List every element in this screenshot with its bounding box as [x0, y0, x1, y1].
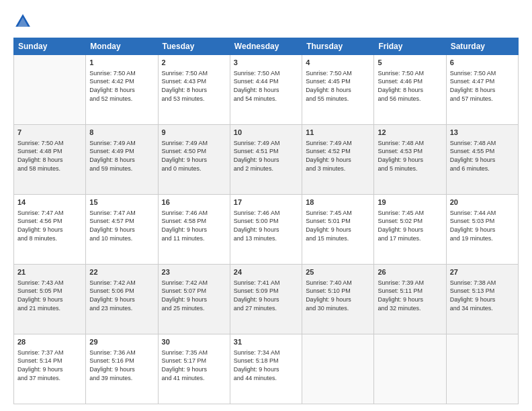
day-cell: [14, 55, 86, 125]
col-header-thursday: Thursday: [302, 38, 374, 55]
day-cell: 28Sunrise: 7:37 AM Sunset: 5:14 PM Dayli…: [14, 334, 86, 404]
day-cell: 10Sunrise: 7:49 AM Sunset: 4:51 PM Dayli…: [230, 125, 302, 195]
day-number: 23: [162, 267, 226, 277]
day-cell: 20Sunrise: 7:44 AM Sunset: 5:03 PM Dayli…: [446, 195, 518, 265]
day-info: Sunrise: 7:45 AM Sunset: 5:01 PM Dayligh…: [306, 209, 370, 242]
week-row-4: 21Sunrise: 7:43 AM Sunset: 5:05 PM Dayli…: [14, 265, 519, 334]
day-number: 31: [234, 337, 298, 347]
day-info: Sunrise: 7:50 AM Sunset: 4:48 PM Dayligh…: [17, 139, 82, 173]
day-cell: 6Sunrise: 7:50 AM Sunset: 4:47 PM Daylig…: [446, 55, 518, 125]
logo-icon: [13, 12, 32, 31]
header: [13, 12, 519, 31]
day-number: 15: [89, 197, 154, 208]
day-info: Sunrise: 7:49 AM Sunset: 4:52 PM Dayligh…: [306, 139, 370, 173]
day-info: Sunrise: 7:50 AM Sunset: 4:45 PM Dayligh…: [306, 69, 370, 103]
day-number: 13: [450, 128, 515, 138]
day-number: 30: [162, 337, 226, 347]
day-number: 5: [378, 58, 442, 68]
day-cell: 17Sunrise: 7:46 AM Sunset: 5:00 PM Dayli…: [230, 195, 302, 265]
day-number: 21: [17, 267, 82, 277]
day-info: Sunrise: 7:50 AM Sunset: 4:42 PM Dayligh…: [89, 69, 154, 103]
day-cell: 25Sunrise: 7:40 AM Sunset: 5:10 PM Dayli…: [302, 265, 374, 334]
day-info: Sunrise: 7:48 AM Sunset: 4:53 PM Dayligh…: [378, 139, 442, 173]
day-number: 16: [162, 197, 226, 208]
week-row-2: 7Sunrise: 7:50 AM Sunset: 4:48 PM Daylig…: [14, 125, 519, 195]
day-cell: [446, 334, 518, 404]
day-number: 20: [450, 197, 515, 208]
day-info: Sunrise: 7:50 AM Sunset: 4:46 PM Dayligh…: [378, 69, 442, 103]
day-info: Sunrise: 7:43 AM Sunset: 5:05 PM Dayligh…: [17, 279, 82, 312]
day-cell: 11Sunrise: 7:49 AM Sunset: 4:52 PM Dayli…: [302, 125, 374, 195]
day-cell: 14Sunrise: 7:47 AM Sunset: 4:56 PM Dayli…: [14, 195, 86, 265]
day-info: Sunrise: 7:46 AM Sunset: 4:58 PM Dayligh…: [162, 209, 226, 242]
logo: [13, 12, 35, 31]
day-cell: 9Sunrise: 7:49 AM Sunset: 4:50 PM Daylig…: [158, 125, 230, 195]
day-info: Sunrise: 7:47 AM Sunset: 4:56 PM Dayligh…: [17, 209, 82, 242]
day-info: Sunrise: 7:34 AM Sunset: 5:18 PM Dayligh…: [234, 349, 298, 382]
day-number: 11: [306, 128, 370, 138]
day-cell: 13Sunrise: 7:48 AM Sunset: 4:55 PM Dayli…: [446, 125, 518, 195]
day-cell: 19Sunrise: 7:45 AM Sunset: 5:02 PM Dayli…: [374, 195, 446, 265]
day-number: 9: [162, 128, 226, 138]
day-cell: 4Sunrise: 7:50 AM Sunset: 4:45 PM Daylig…: [302, 55, 374, 125]
day-cell: 29Sunrise: 7:36 AM Sunset: 5:16 PM Dayli…: [86, 334, 158, 404]
day-number: 2: [162, 58, 226, 68]
day-info: Sunrise: 7:40 AM Sunset: 5:10 PM Dayligh…: [306, 279, 370, 312]
day-number: 18: [306, 197, 370, 208]
day-cell: [302, 334, 374, 404]
col-header-saturday: Saturday: [446, 38, 518, 55]
day-info: Sunrise: 7:50 AM Sunset: 4:47 PM Dayligh…: [450, 69, 515, 103]
day-cell: 16Sunrise: 7:46 AM Sunset: 4:58 PM Dayli…: [158, 195, 230, 265]
day-number: 29: [89, 337, 154, 347]
day-info: Sunrise: 7:47 AM Sunset: 4:57 PM Dayligh…: [89, 209, 154, 242]
day-cell: 24Sunrise: 7:41 AM Sunset: 5:09 PM Dayli…: [230, 265, 302, 334]
day-cell: 1Sunrise: 7:50 AM Sunset: 4:42 PM Daylig…: [86, 55, 158, 125]
day-info: Sunrise: 7:46 AM Sunset: 5:00 PM Dayligh…: [234, 209, 298, 242]
day-cell: 30Sunrise: 7:35 AM Sunset: 5:17 PM Dayli…: [158, 334, 230, 404]
day-cell: 7Sunrise: 7:50 AM Sunset: 4:48 PM Daylig…: [14, 125, 86, 195]
page: SundayMondayTuesdayWednesdayThursdayFrid…: [0, 0, 532, 411]
day-info: Sunrise: 7:44 AM Sunset: 5:03 PM Dayligh…: [450, 209, 515, 242]
day-number: 27: [450, 267, 515, 277]
header-row: SundayMondayTuesdayWednesdayThursdayFrid…: [14, 38, 519, 55]
day-cell: 23Sunrise: 7:42 AM Sunset: 5:07 PM Dayli…: [158, 265, 230, 334]
week-row-5: 28Sunrise: 7:37 AM Sunset: 5:14 PM Dayli…: [14, 334, 519, 404]
col-header-sunday: Sunday: [14, 38, 86, 55]
day-cell: 15Sunrise: 7:47 AM Sunset: 4:57 PM Dayli…: [86, 195, 158, 265]
day-number: 19: [378, 197, 442, 208]
day-cell: 8Sunrise: 7:49 AM Sunset: 4:49 PM Daylig…: [86, 125, 158, 195]
day-cell: 31Sunrise: 7:34 AM Sunset: 5:18 PM Dayli…: [230, 334, 302, 404]
day-number: 28: [17, 337, 82, 347]
day-info: Sunrise: 7:49 AM Sunset: 4:49 PM Dayligh…: [89, 139, 154, 173]
col-header-wednesday: Wednesday: [230, 38, 302, 55]
day-number: 26: [378, 267, 442, 277]
day-number: 25: [306, 267, 370, 277]
day-number: 12: [378, 128, 442, 138]
week-row-1: 1Sunrise: 7:50 AM Sunset: 4:42 PM Daylig…: [14, 55, 519, 125]
day-number: 17: [234, 197, 298, 208]
day-number: 22: [89, 267, 154, 277]
day-info: Sunrise: 7:35 AM Sunset: 5:17 PM Dayligh…: [162, 349, 226, 382]
day-cell: 22Sunrise: 7:42 AM Sunset: 5:06 PM Dayli…: [86, 265, 158, 334]
day-info: Sunrise: 7:38 AM Sunset: 5:13 PM Dayligh…: [450, 279, 515, 312]
day-number: 3: [234, 58, 298, 68]
day-number: 10: [234, 128, 298, 138]
day-info: Sunrise: 7:39 AM Sunset: 5:11 PM Dayligh…: [378, 279, 442, 312]
day-cell: 27Sunrise: 7:38 AM Sunset: 5:13 PM Dayli…: [446, 265, 518, 334]
calendar-table: SundayMondayTuesdayWednesdayThursdayFrid…: [13, 38, 519, 404]
day-info: Sunrise: 7:48 AM Sunset: 4:55 PM Dayligh…: [450, 139, 515, 173]
day-number: 24: [234, 267, 298, 277]
col-header-monday: Monday: [86, 38, 158, 55]
day-info: Sunrise: 7:36 AM Sunset: 5:16 PM Dayligh…: [89, 349, 154, 382]
day-info: Sunrise: 7:42 AM Sunset: 5:07 PM Dayligh…: [162, 279, 226, 312]
day-info: Sunrise: 7:50 AM Sunset: 4:44 PM Dayligh…: [234, 69, 298, 103]
day-cell: [374, 334, 446, 404]
col-header-tuesday: Tuesday: [158, 38, 230, 55]
day-info: Sunrise: 7:49 AM Sunset: 4:51 PM Dayligh…: [234, 139, 298, 173]
col-header-friday: Friday: [374, 38, 446, 55]
day-number: 8: [89, 128, 154, 138]
day-number: 14: [17, 197, 82, 208]
day-info: Sunrise: 7:45 AM Sunset: 5:02 PM Dayligh…: [378, 209, 442, 242]
day-cell: 5Sunrise: 7:50 AM Sunset: 4:46 PM Daylig…: [374, 55, 446, 125]
day-number: 1: [89, 58, 154, 68]
